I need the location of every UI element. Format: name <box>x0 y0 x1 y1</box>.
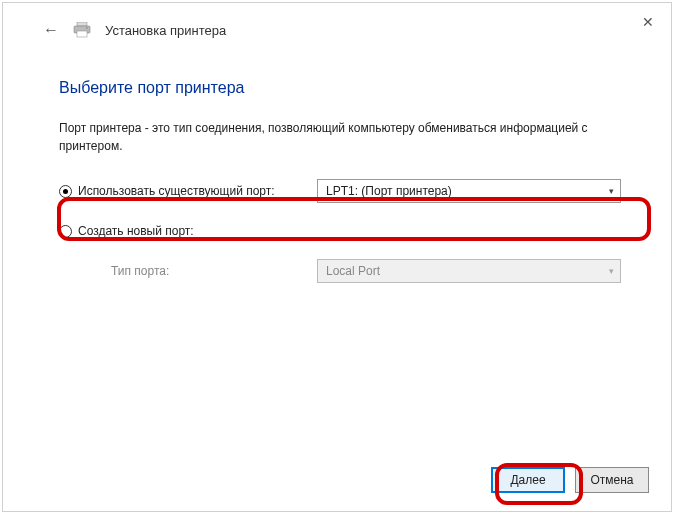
window-title: Установка принтера <box>105 23 226 38</box>
chevron-down-icon: ▾ <box>609 266 614 276</box>
radio-existing-port[interactable] <box>59 185 72 198</box>
wizard-window: ✕ ← Установка принтера Выберите порт при… <box>2 2 672 512</box>
chevron-down-icon: ▾ <box>609 186 614 196</box>
dropdown-existing-value: LPT1: (Порт принтера) <box>326 184 452 198</box>
page-heading: Выберите порт принтера <box>59 79 621 97</box>
radio-create-port[interactable] <box>59 225 72 238</box>
option-existing-port: Использовать существующий порт: LPT1: (П… <box>59 177 621 205</box>
content-area: Выберите порт принтера Порт принтера - э… <box>3 39 671 285</box>
option-create-port: Создать новый порт: <box>59 217 621 245</box>
label-port-type: Тип порта: <box>59 264 317 278</box>
dropdown-port-type-value: Local Port <box>326 264 380 278</box>
dropdown-port-type: Local Port ▾ <box>317 259 621 283</box>
label-existing-port[interactable]: Использовать существующий порт: <box>78 184 275 198</box>
next-button[interactable]: Далее <box>491 467 565 493</box>
row-port-type: Тип порта: Local Port ▾ <box>59 257 621 285</box>
window-header: ← Установка принтера <box>3 3 671 39</box>
svg-rect-2 <box>77 31 87 37</box>
printer-icon <box>73 22 91 38</box>
close-icon[interactable]: ✕ <box>639 13 657 31</box>
svg-point-3 <box>86 27 88 29</box>
svg-rect-0 <box>77 22 87 26</box>
back-arrow-icon[interactable]: ← <box>43 21 59 39</box>
dropdown-existing-port[interactable]: LPT1: (Порт принтера) ▾ <box>317 179 621 203</box>
footer-buttons: Далее Отмена <box>491 467 649 493</box>
label-create-port[interactable]: Создать новый порт: <box>78 224 194 238</box>
page-description: Порт принтера - это тип соединения, позв… <box>59 119 621 155</box>
cancel-button[interactable]: Отмена <box>575 467 649 493</box>
